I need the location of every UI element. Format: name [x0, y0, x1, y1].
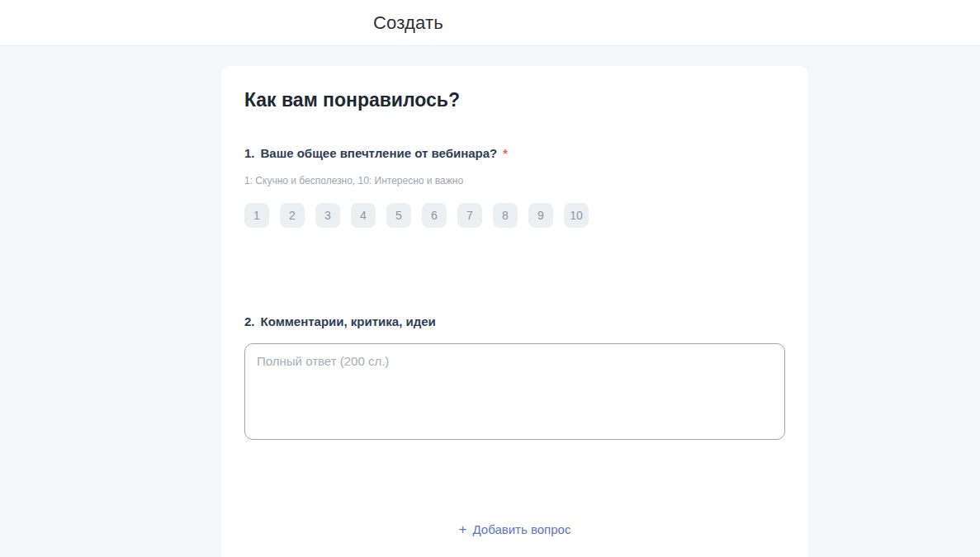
scale-button-4[interactable]: 4	[351, 203, 376, 228]
form-title: Как вам понравилось?	[244, 87, 785, 112]
answer-textarea[interactable]	[244, 343, 785, 440]
scale-button-10[interactable]: 10	[564, 203, 589, 228]
question-1-label: 1.Ваше общее впечтление от вебинара?*	[244, 145, 785, 162]
scale-button-1[interactable]: 1	[244, 203, 269, 228]
question-2-text: Комментарии, критика, идеи	[261, 314, 436, 328]
question-1-number: 1.	[244, 146, 255, 160]
question-block-2: 2.Комментарии, критика, идеи	[244, 314, 785, 440]
top-bar: Создать	[0, 0, 980, 46]
scale-button-3[interactable]: 3	[315, 203, 340, 228]
page-title: Создать	[373, 12, 443, 34]
scale-button-9[interactable]: 9	[528, 203, 553, 228]
question-1-hint: 1: Скучно и бесполезно, 10: Интересно и …	[244, 175, 785, 186]
scale-button-7[interactable]: 7	[457, 203, 482, 228]
question-1-text: Ваше общее впечтление от вебинара?	[261, 146, 498, 160]
add-question-label: Добавить вопрос	[473, 522, 571, 536]
add-question-row: + Добавить вопрос	[244, 522, 785, 536]
scale-button-6[interactable]: 6	[422, 203, 447, 228]
rating-scale: 1 2 3 4 5 6 7 8 9 10	[244, 203, 785, 228]
scale-button-2[interactable]: 2	[280, 203, 305, 228]
question-2-label: 2.Комментарии, критика, идеи	[244, 314, 785, 330]
add-question-button[interactable]: + Добавить вопрос	[459, 522, 571, 536]
form-card: Как вам понравилось? 1.Ваше общее впечтл…	[221, 66, 808, 557]
main-area: Как вам понравилось? 1.Ваше общее впечтл…	[0, 46, 980, 557]
required-asterisk: *	[503, 147, 507, 160]
question-block-1: 1.Ваше общее впечтление от вебинара?* 1:…	[244, 145, 785, 228]
plus-icon: +	[459, 522, 467, 536]
scale-button-8[interactable]: 8	[493, 203, 518, 228]
scale-button-5[interactable]: 5	[386, 203, 411, 228]
question-2-number: 2.	[244, 314, 255, 328]
